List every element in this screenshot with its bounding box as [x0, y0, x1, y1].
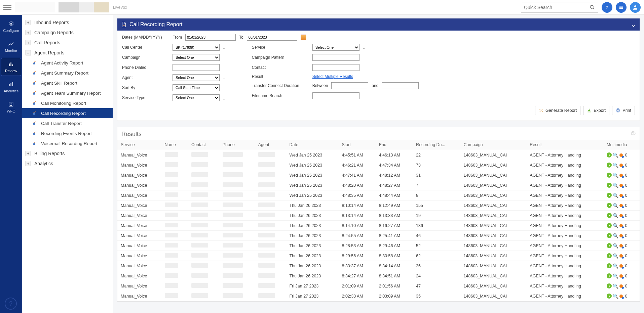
tree-item-agent-team-summary-report[interactable]: Agent Team Summary Report — [22, 88, 113, 98]
tree-item-agent-skill-report[interactable]: Agent Skill Report — [22, 78, 113, 88]
quick-search-input[interactable] — [524, 5, 589, 10]
play-icon[interactable] — [607, 152, 612, 158]
col-multimedia[interactable]: Multimedia — [603, 140, 640, 150]
expand-icon[interactable]: + — [26, 151, 31, 156]
col-start[interactable]: Start — [338, 140, 375, 150]
expand-icon[interactable]: + — [26, 20, 31, 25]
search-small-icon[interactable]: 🔍 — [613, 173, 618, 178]
search-small-icon[interactable]: 🔍 — [613, 203, 618, 208]
search-small-icon[interactable]: 🔍 — [613, 263, 618, 269]
more-icon[interactable]: ... — [223, 45, 225, 50]
export-button[interactable]: Export — [583, 106, 609, 115]
col-contact[interactable]: Contact — [188, 140, 219, 150]
tree-item-call-recording-report[interactable]: Call Recording Report — [22, 108, 113, 118]
service-type-select[interactable]: Select One — [173, 94, 220, 101]
more-icon[interactable]: ... — [223, 75, 225, 80]
link-icon[interactable] — [619, 164, 623, 167]
phone-dialed-input[interactable] — [173, 64, 220, 71]
link-icon[interactable] — [619, 244, 623, 248]
play-icon[interactable] — [607, 193, 612, 198]
col-campaign[interactable]: Campaign — [460, 140, 527, 150]
tree-item-call-monitoring-report[interactable]: Call Monitoring Report — [22, 98, 113, 108]
link-icon[interactable] — [619, 214, 623, 217]
search-small-icon[interactable]: 🔍 — [613, 283, 618, 289]
nav-review[interactable]: Review — [1, 58, 21, 76]
tree-agent-reports[interactable]: –Agent Reports — [22, 48, 113, 58]
tree-call-reports[interactable]: +Call Reports — [22, 38, 113, 48]
tree-item-agent-activity-report[interactable]: Agent Activity Report — [22, 58, 113, 68]
search-small-icon[interactable]: 🔍 — [613, 223, 618, 228]
play-icon[interactable] — [607, 223, 612, 228]
contact-input[interactable] — [312, 64, 359, 71]
tree-item-call-transfer-report[interactable]: Call Transfer Report — [22, 118, 113, 128]
tree-item-agent-summary-report[interactable]: Agent Summary Report — [22, 68, 113, 78]
chevron-down-icon[interactable]: ⌄ — [631, 20, 636, 29]
play-icon[interactable] — [607, 203, 612, 208]
table-row[interactable]: Manual_VoiceFri Jan 27 20232:02:33 AM2:0… — [117, 291, 640, 301]
search-small-icon[interactable]: 🔍 — [613, 183, 618, 188]
link-icon[interactable] — [619, 204, 623, 207]
search-small-icon[interactable]: 🔍 — [613, 273, 618, 279]
play-icon[interactable] — [607, 163, 612, 168]
call-center-select[interactable]: SK (17609) — [173, 44, 220, 51]
link-icon[interactable] — [619, 264, 623, 268]
table-row[interactable]: Manual_VoiceThu Jan 26 20238:33:37 AM8:3… — [117, 261, 640, 271]
search-small-icon[interactable]: 🔍 — [613, 213, 618, 218]
play-icon[interactable] — [607, 243, 612, 248]
col-name[interactable]: Name — [161, 140, 188, 150]
table-row[interactable]: Manual_VoiceThu Jan 26 20238:29:56 AM8:3… — [117, 251, 640, 261]
help-button[interactable]: ? — [602, 2, 612, 13]
expand-icon[interactable]: + — [26, 40, 31, 45]
play-icon[interactable] — [607, 173, 612, 178]
help-bubble-icon[interactable]: ? — [5, 298, 17, 310]
date-from-input[interactable] — [185, 34, 236, 41]
link-icon[interactable] — [619, 295, 623, 298]
menu-hamburger-icon[interactable] — [3, 3, 11, 11]
table-row[interactable]: Manual_VoiceWed Jan 25 20234:46:21 AM4:4… — [117, 160, 640, 170]
play-icon[interactable] — [607, 233, 612, 238]
search-small-icon[interactable]: 🔍 — [613, 294, 618, 299]
link-icon[interactable] — [619, 254, 623, 258]
tcd-from-input[interactable] — [331, 82, 368, 89]
play-icon[interactable] — [607, 253, 612, 258]
user-avatar-button[interactable] — [630, 2, 641, 13]
tree-item-recording-events-report[interactable]: Recording Events Report — [22, 128, 113, 138]
expand-icon[interactable]: + — [26, 30, 31, 35]
print-button[interactable]: Print — [612, 106, 635, 115]
service-select[interactable]: Select One — [312, 44, 359, 51]
table-row[interactable]: Manual_VoiceThu Jan 26 20238:10:14 AM8:1… — [117, 200, 640, 211]
collapse-icon[interactable]: – — [26, 50, 31, 55]
tree-billing-reports[interactable]: +Billing Reports — [22, 148, 113, 159]
col-phone[interactable]: Phone — [219, 140, 255, 150]
nav-wfo[interactable]: WFO — [1, 98, 21, 116]
link-icon[interactable] — [619, 224, 623, 227]
search-small-icon[interactable]: 🔍 — [613, 193, 618, 198]
quick-search[interactable] — [521, 2, 598, 13]
expand-icon[interactable]: + — [26, 161, 31, 166]
table-row[interactable]: Manual_VoiceWed Jan 25 20234:48:35 AM4:4… — [117, 190, 640, 200]
campaign-pattern-input[interactable] — [312, 54, 359, 61]
play-icon[interactable] — [607, 273, 612, 278]
link-icon[interactable] — [619, 184, 623, 187]
nav-configure[interactable]: Configure — [1, 17, 21, 36]
table-row[interactable]: Manual_VoiceThu Jan 26 20238:13:14 AM8:1… — [117, 211, 640, 221]
search-small-icon[interactable]: 🔍 — [613, 152, 618, 158]
agent-select[interactable]: Select One — [173, 74, 220, 81]
tree-campaign-reports[interactable]: +Campaign Reports — [22, 28, 113, 38]
sort-by-select[interactable]: Call Start Time — [173, 84, 220, 91]
search-small-icon[interactable]: 🔍 — [613, 253, 618, 259]
search-small-icon[interactable]: 🔍 — [613, 233, 618, 238]
generate-report-button[interactable]: Generate Report — [535, 106, 580, 115]
play-icon[interactable] — [607, 283, 612, 288]
col-date[interactable]: Date — [286, 140, 338, 150]
calendar-icon[interactable] — [301, 35, 306, 40]
col-recording-du-[interactable]: Recording Du... — [413, 140, 460, 150]
link-icon[interactable] — [619, 284, 623, 288]
filename-input[interactable] — [312, 92, 359, 99]
more-icon[interactable]: ... — [223, 95, 225, 100]
gear-icon[interactable] — [630, 131, 636, 138]
nav-monitor[interactable]: Monitor — [1, 38, 21, 56]
tcd-to-input[interactable] — [382, 82, 419, 89]
col-agent[interactable]: Agent — [255, 140, 286, 150]
apps-button[interactable] — [616, 2, 627, 13]
